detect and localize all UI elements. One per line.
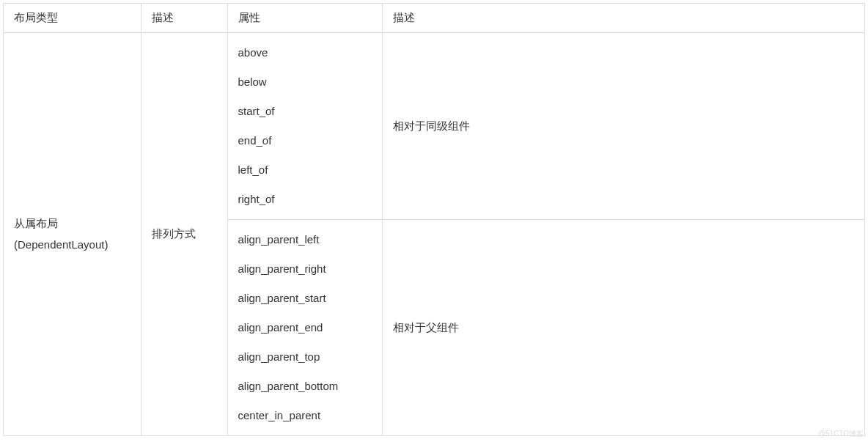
- cell-attrs-group0: above below start_of end_of left_of righ…: [227, 33, 383, 220]
- attr-item: right_of: [238, 193, 372, 206]
- table-header-row: 布局类型 描述 属性 描述: [4, 4, 865, 33]
- cell-desc-group0: 相对于同级组件: [383, 33, 865, 220]
- attr-item: align_parent_start: [238, 292, 372, 305]
- attr-item: align_parent_top: [238, 350, 372, 364]
- cell-arrangement: 排列方式: [141, 33, 228, 436]
- attr-item: left_of: [238, 163, 372, 177]
- table-row: 从属布局 (DependentLayout) 排列方式 above below …: [4, 33, 865, 220]
- attr-item: align_parent_bottom: [238, 380, 372, 393]
- cell-attrs-group1: align_parent_left align_parent_right ali…: [227, 220, 383, 436]
- attr-item: above: [238, 46, 372, 59]
- attr-item: end_of: [238, 134, 372, 147]
- layout-type-line2: (DependentLayout): [14, 235, 130, 256]
- cell-layout-type: 从属布局 (DependentLayout): [4, 33, 141, 436]
- header-attr: 属性: [227, 4, 383, 33]
- attr-item: center_in_parent: [238, 409, 372, 422]
- header-desc1: 描述: [141, 4, 228, 33]
- header-layout-type: 布局类型: [4, 4, 141, 33]
- attr-item: align_parent_right: [238, 262, 372, 276]
- attr-item: align_parent_end: [238, 321, 372, 334]
- attr-item: align_parent_left: [238, 233, 372, 246]
- layout-table: 布局类型 描述 属性 描述 从属布局 (DependentLayout) 排列方…: [3, 3, 865, 436]
- header-desc2: 描述: [383, 4, 865, 33]
- layout-type-line1: 从属布局: [14, 213, 130, 235]
- attr-item: start_of: [238, 105, 372, 118]
- attr-item: below: [238, 75, 372, 89]
- cell-desc-group1: 相对于父组件: [383, 220, 865, 436]
